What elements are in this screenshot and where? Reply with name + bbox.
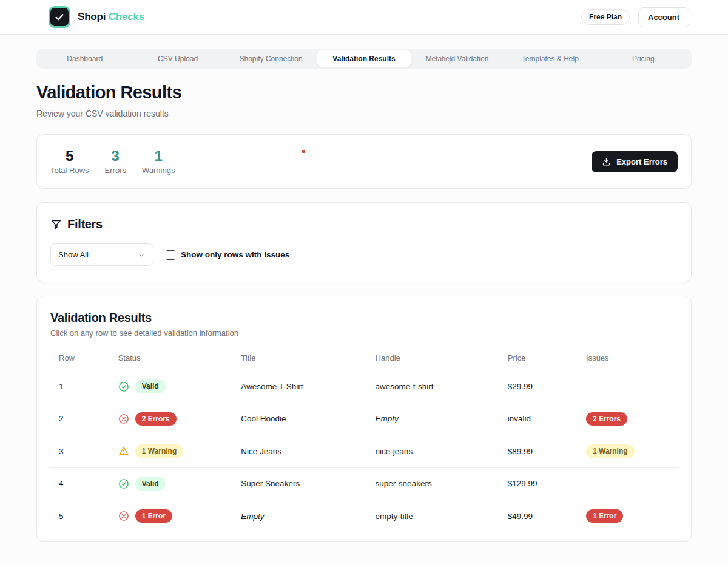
- tab-pricing[interactable]: Pricing: [597, 50, 690, 67]
- results-subtitle: Click on any row to see detailed validat…: [50, 328, 678, 338]
- cell-row-number: 1: [50, 370, 118, 403]
- page-title: Validation Results: [36, 83, 692, 103]
- account-button[interactable]: Account: [638, 7, 689, 27]
- cell-status: Valid: [118, 467, 241, 500]
- issues-badge: 1 Warning: [586, 444, 635, 458]
- cell-price: $129.99: [508, 467, 586, 500]
- cell-handle: empty-title: [376, 500, 508, 532]
- column-header-price: Price: [508, 346, 586, 370]
- filter-dropdown[interactable]: Show All: [50, 243, 153, 266]
- tab-dashboard[interactable]: Dashboard: [38, 50, 131, 67]
- issues-badge: 2 Errors: [586, 412, 627, 426]
- status-badge: Valid: [135, 477, 166, 491]
- cell-title: Super Sneakers: [241, 467, 375, 500]
- cell-price: $89.99: [508, 435, 586, 467]
- cell-issues: [586, 467, 678, 500]
- table-header-row: Row Status Title Handle Price Issues: [50, 346, 678, 370]
- stats-card: 5 Total Rows 3 Errors 1 Warnings Export …: [36, 134, 692, 189]
- results-title: Validation Results: [50, 311, 678, 325]
- status-badge: 1 Warning: [135, 444, 184, 458]
- stat-warnings-label: Warnings: [142, 166, 175, 175]
- cell-issues: 1 Error: [586, 500, 678, 532]
- column-header-status: Status: [118, 346, 241, 370]
- cell-status: 1 Warning: [118, 435, 241, 467]
- app-header: Shopi Checks Free Plan Account: [0, 0, 728, 35]
- stat-total-rows-value: 5: [50, 148, 89, 164]
- cell-handle: nice-jeans: [376, 435, 508, 467]
- stat-total-rows: 5 Total Rows: [50, 148, 89, 175]
- stat-errors-value: 3: [105, 148, 126, 164]
- filters-title: Filters: [67, 217, 103, 231]
- brand-name: Shopi Checks: [78, 11, 144, 23]
- tab-validation-results[interactable]: Validation Results: [317, 50, 410, 67]
- cell-price: invalid: [508, 403, 586, 435]
- chevron-down-icon: [137, 251, 146, 259]
- page-subtitle: Review your CSV validation results: [36, 109, 692, 118]
- check-circle-icon: [118, 478, 129, 489]
- x-circle-icon: [118, 511, 129, 522]
- cell-row-number: 4: [50, 467, 118, 500]
- table-row[interactable]: 1 Valid Awesome T-Shirt awesome-t-shirt …: [50, 370, 678, 403]
- stat-errors: 3 Errors: [105, 148, 126, 175]
- cell-issues: 1 Warning: [586, 435, 678, 467]
- cell-title-empty: Empty: [241, 500, 375, 532]
- cell-row-number: 2: [50, 403, 118, 435]
- cell-row-number: 3: [50, 435, 118, 467]
- red-dot-artifact: [302, 150, 305, 153]
- download-icon: [602, 157, 611, 166]
- cell-title: Awesome T-Shirt: [241, 370, 375, 403]
- tab-csv-upload[interactable]: CSV Upload: [131, 50, 224, 67]
- logo-box: [49, 6, 70, 28]
- results-table: Row Status Title Handle Price Issues 1: [50, 346, 678, 532]
- issues-only-filter[interactable]: Show only rows with issues: [166, 250, 289, 260]
- table-row[interactable]: 2 2 Errors Cool Hoodie Empty invalid: [50, 403, 678, 435]
- cell-price: $29.99: [508, 370, 586, 403]
- stats-group: 5 Total Rows 3 Errors 1 Warnings: [50, 148, 175, 175]
- stat-warnings-value: 1: [142, 148, 175, 164]
- cell-handle: awesome-t-shirt: [376, 370, 508, 403]
- cell-handle-empty: Empty: [376, 403, 508, 435]
- export-errors-button[interactable]: Export Errors: [592, 151, 678, 172]
- cell-row-number: 5: [50, 500, 118, 532]
- cell-title: Nice Jeans: [241, 435, 375, 467]
- stat-warnings: 1 Warnings: [142, 148, 175, 175]
- header-right: Free Plan Account: [581, 7, 689, 27]
- column-header-row: Row: [50, 346, 118, 370]
- tab-metafield-validation[interactable]: Metafield Validation: [411, 50, 504, 67]
- status-badge: 1 Error: [135, 509, 172, 523]
- cell-title: Cool Hoodie: [241, 403, 375, 435]
- cell-status: 1 Error: [118, 500, 241, 532]
- issues-badge: 1 Error: [586, 509, 623, 523]
- stat-total-rows-label: Total Rows: [50, 166, 89, 175]
- table-row[interactable]: 5 1 Error Empty empty-title $49.99: [50, 500, 678, 532]
- column-header-issues: Issues: [586, 346, 678, 370]
- warning-triangle-icon: [118, 446, 129, 457]
- stat-errors-label: Errors: [105, 166, 126, 175]
- status-badge: Valid: [135, 379, 166, 393]
- free-plan-badge: Free Plan: [581, 9, 630, 25]
- tab-shopify-connection[interactable]: Shopify Connection: [224, 50, 317, 67]
- issues-only-checkbox[interactable]: [166, 250, 175, 260]
- issues-only-label: Show only rows with issues: [181, 250, 289, 259]
- table-row[interactable]: 3 1 Warning Nice Jeans nice-jeans: [50, 435, 678, 467]
- filters-controls: Show All Show only rows with issues: [50, 243, 678, 266]
- cell-issues: 2 Errors: [586, 403, 678, 435]
- filter-funnel-icon: [50, 219, 62, 230]
- brand-name-primary: Shopi: [78, 11, 106, 22]
- status-badge: 2 Errors: [135, 412, 177, 426]
- cell-price: $49.99: [508, 500, 586, 532]
- table-row[interactable]: 4 Valid Super Sneakers super-sneakers $1…: [50, 467, 678, 500]
- cell-issues: [586, 370, 678, 403]
- export-errors-label: Export Errors: [616, 157, 667, 166]
- logo-check-icon: [53, 11, 66, 23]
- filters-card: Filters Show All Show only rows with iss…: [36, 202, 692, 282]
- x-circle-icon: [118, 413, 129, 424]
- check-circle-icon: [118, 381, 129, 392]
- results-card: Validation Results Click on any row to s…: [36, 296, 692, 542]
- brand-logo[interactable]: Shopi Checks: [49, 6, 144, 28]
- main-nav: Dashboard CSV Upload Shopify Connection …: [36, 49, 692, 69]
- filters-header: Filters: [50, 217, 678, 231]
- tab-templates-help[interactable]: Templates & Help: [504, 50, 596, 67]
- cell-status: Valid: [118, 370, 241, 403]
- cell-handle: super-sneakers: [376, 467, 508, 500]
